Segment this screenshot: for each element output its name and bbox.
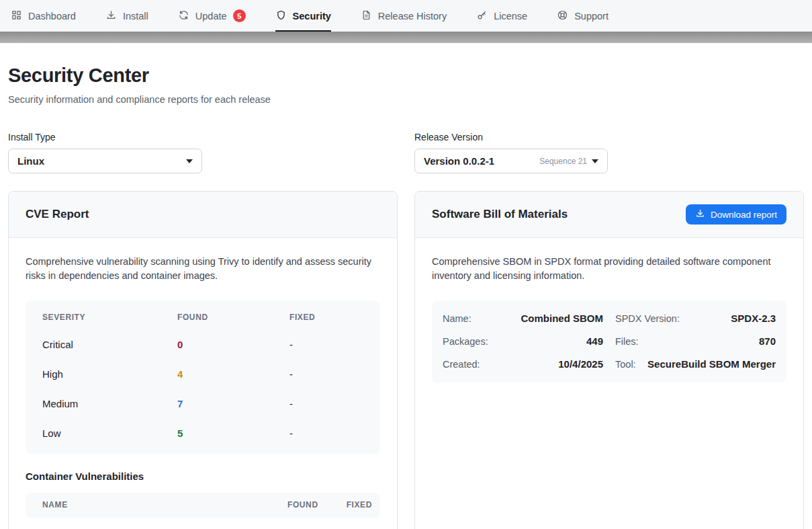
download-icon [695, 208, 705, 220]
sbom-card-header: Software Bill of Materials Download repo… [415, 192, 803, 238]
detail-value: 449 [586, 335, 603, 347]
list-item: SPDX Version: SPDX-2.3 [615, 307, 776, 330]
container-vulnerabilities-title: Container Vulnerabilities [26, 471, 380, 482]
detail-label: Tool: [615, 359, 636, 370]
detail-label: SPDX Version: [615, 313, 680, 324]
update-count-badge: 5 [233, 9, 246, 22]
found-count: 5 [177, 428, 289, 439]
detail-value: SPDX-2.3 [731, 313, 776, 324]
page-subtitle: Security information and compliance repo… [8, 94, 804, 105]
cve-report-card: CVE Report Comprehensive vulnerability s… [8, 191, 398, 529]
tab-label: Support [574, 11, 608, 22]
release-version-filter: Release Version Version 0.0.2-1 Sequence… [414, 132, 804, 173]
detail-label: Name: [443, 313, 471, 324]
refresh-icon [178, 9, 189, 23]
found-count: 0 [177, 339, 289, 350]
sbom-card-body: Comprehensive SBOM in SPDX format provid… [415, 238, 803, 399]
shield-icon [275, 9, 287, 23]
sbom-details-grid: Name: Combined SBOM SPDX Version: SPDX-2… [432, 300, 786, 382]
fixed-count: - [289, 339, 363, 350]
table-row: Critical 0 - [26, 330, 380, 360]
tab-update[interactable]: Update 5 [178, 0, 246, 32]
detail-value: 870 [759, 335, 776, 347]
download-report-button[interactable]: Download report [686, 204, 786, 225]
download-report-label: Download report [711, 210, 777, 220]
col-found: FOUND [287, 500, 318, 510]
severity-table-header: SEVERITY FOUND FIXED [26, 304, 380, 330]
release-version-value: Version 0.0.2-1 [424, 155, 494, 167]
detail-value: Combined SBOM [521, 313, 604, 324]
release-version-label: Release Version [414, 132, 804, 143]
install-type-filter: Install Type Linux [8, 132, 398, 173]
fixed-count: - [289, 398, 363, 409]
filters-row: Install Type Linux Release Version Versi… [8, 132, 804, 173]
install-type-value: Linux [17, 155, 44, 167]
col-severity: SEVERITY [42, 313, 177, 322]
tab-release-history[interactable]: Release History [361, 0, 447, 32]
found-count: 4 [177, 368, 289, 380]
document-icon [361, 9, 372, 23]
tab-label: Security [293, 11, 331, 22]
tab-install[interactable]: Install [105, 0, 148, 32]
table-row: High 4 - [26, 360, 380, 389]
download-icon [105, 9, 117, 23]
tab-label: License [494, 11, 527, 22]
severity-table: SEVERITY FOUND FIXED Critical 0 - High 4… [26, 300, 380, 454]
col-found: FOUND [177, 313, 289, 322]
col-fixed: FIXED [289, 313, 363, 322]
cve-card-title: CVE Report [26, 208, 89, 221]
dashboard-grid-icon [11, 9, 22, 23]
sbom-card-title: Software Bill of Materials [432, 208, 568, 221]
container-table-header: NAME FOUND FIXED [26, 493, 380, 518]
release-version-meta: Sequence 21 [539, 157, 598, 166]
install-type-label: Install Type [8, 132, 398, 143]
list-item: Files: 870 [615, 330, 776, 353]
main-content: Security Center Security information and… [0, 65, 812, 529]
list-item: Packages: 449 [443, 330, 603, 353]
detail-value: 10/4/2025 [558, 358, 603, 370]
tab-support[interactable]: Support [557, 0, 608, 32]
sbom-card: Software Bill of Materials Download repo… [414, 191, 804, 529]
window-divider-band [0, 32, 812, 43]
release-version-select[interactable]: Version 0.0.2-1 Sequence 21 [414, 149, 608, 173]
chevron-down-icon [186, 159, 193, 163]
severity-label: Critical [42, 339, 177, 350]
tab-label: Release History [378, 11, 447, 22]
detail-label: Created: [443, 359, 480, 370]
sbom-description: Comprehensive SBOM in SPDX format provid… [432, 255, 786, 284]
table-row: Medium 7 - [26, 389, 380, 419]
table-row: Low 5 - [26, 419, 380, 448]
list-item: Name: Combined SBOM [443, 307, 603, 330]
list-item: Tool: SecureBuild SBOM Merger [615, 353, 776, 376]
found-count: 7 [177, 398, 289, 409]
fixed-count: - [289, 368, 363, 380]
cve-card-body: Comprehensive vulnerability scanning usi… [9, 238, 397, 529]
top-navigation: Dashboard Install Update 5 Security Rele… [0, 0, 812, 32]
severity-label: Medium [42, 398, 177, 409]
tab-label: Install [123, 11, 148, 22]
detail-value: SecureBuild SBOM Merger [647, 358, 776, 370]
cve-card-header: CVE Report [9, 192, 397, 238]
list-item: Created: 10/4/2025 [443, 353, 603, 376]
chevron-down-icon [592, 159, 598, 163]
detail-label: Files: [615, 336, 639, 347]
sequence-label: Sequence 21 [539, 157, 587, 166]
fixed-count: - [289, 428, 363, 439]
tab-label: Update [195, 11, 227, 22]
key-icon [476, 9, 488, 23]
cve-description: Comprehensive vulnerability scanning usi… [26, 255, 380, 284]
lifebuoy-icon [557, 9, 568, 23]
severity-label: Low [42, 428, 177, 439]
cards-row: CVE Report Comprehensive vulnerability s… [8, 191, 804, 529]
tab-label: Dashboard [28, 11, 76, 22]
severity-label: High [42, 368, 177, 380]
page-title: Security Center [8, 65, 804, 87]
col-name: NAME [42, 500, 287, 510]
tab-dashboard[interactable]: Dashboard [11, 0, 76, 32]
col-fixed: FIXED [347, 500, 372, 510]
detail-label: Packages: [443, 336, 488, 347]
tab-security[interactable]: Security [275, 0, 331, 32]
tab-license[interactable]: License [476, 0, 527, 32]
install-type-select[interactable]: Linux [8, 149, 202, 173]
